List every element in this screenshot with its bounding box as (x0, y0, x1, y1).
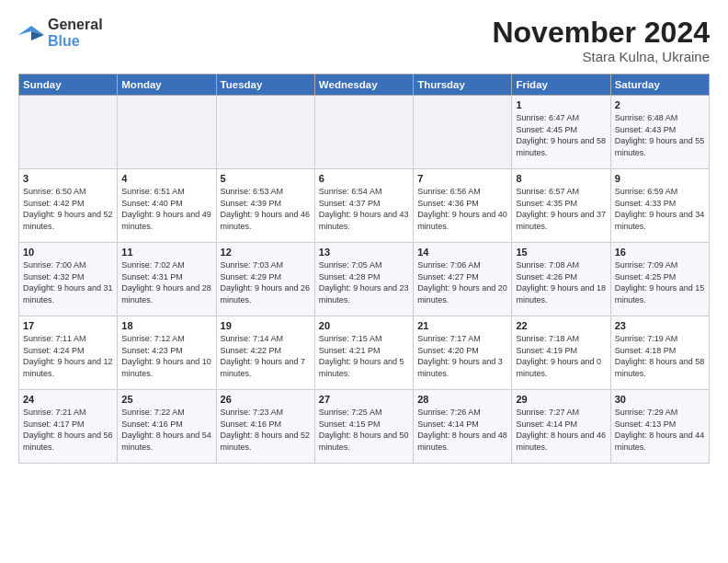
day-number: 28 (417, 394, 507, 405)
day-info: Sunrise: 7:00 AM Sunset: 4:32 PM Dayligh… (23, 259, 113, 305)
day-number: 10 (23, 247, 113, 258)
day-number: 26 (221, 394, 311, 405)
day-number: 21 (417, 320, 507, 331)
calendar-cell: 2Sunrise: 6:48 AM Sunset: 4:43 PM Daylig… (610, 96, 709, 169)
calendar-cell: 25Sunrise: 7:22 AM Sunset: 4:16 PM Dayli… (118, 390, 216, 464)
calendar-cell: 12Sunrise: 7:03 AM Sunset: 4:29 PM Dayli… (216, 243, 314, 316)
calendar-cell: 15Sunrise: 7:08 AM Sunset: 4:26 PM Dayli… (512, 243, 610, 316)
header-saturday: Saturday (610, 75, 709, 96)
calendar-header: Sunday Monday Tuesday Wednesday Thursday… (19, 75, 710, 96)
header: General Blue November 2024 Stara Kulna, … (18, 17, 710, 64)
calendar-week-4: 24Sunrise: 7:21 AM Sunset: 4:17 PM Dayli… (19, 390, 710, 464)
header-row: Sunday Monday Tuesday Wednesday Thursday… (19, 75, 710, 96)
day-number: 23 (615, 320, 705, 331)
calendar-week-1: 3Sunrise: 6:50 AM Sunset: 4:42 PM Daylig… (19, 169, 710, 243)
header-friday: Friday (512, 75, 610, 96)
calendar-week-3: 17Sunrise: 7:11 AM Sunset: 4:24 PM Dayli… (19, 316, 710, 390)
day-info: Sunrise: 7:23 AM Sunset: 4:16 PM Dayligh… (221, 407, 311, 453)
day-number: 20 (319, 320, 409, 331)
day-info: Sunrise: 6:48 AM Sunset: 4:43 PM Dayligh… (615, 112, 705, 158)
calendar-cell: 13Sunrise: 7:05 AM Sunset: 4:28 PM Dayli… (314, 243, 413, 316)
calendar-cell: 30Sunrise: 7:29 AM Sunset: 4:13 PM Dayli… (610, 390, 709, 464)
calendar-body: 1Sunrise: 6:47 AM Sunset: 4:45 PM Daylig… (19, 96, 710, 464)
logo-general: General (48, 17, 103, 32)
day-info: Sunrise: 7:22 AM Sunset: 4:16 PM Dayligh… (121, 407, 211, 453)
day-info: Sunrise: 7:26 AM Sunset: 4:14 PM Dayligh… (417, 407, 507, 453)
day-info: Sunrise: 7:18 AM Sunset: 4:19 PM Dayligh… (516, 333, 606, 379)
day-info: Sunrise: 7:02 AM Sunset: 4:31 PM Dayligh… (121, 259, 211, 305)
day-info: Sunrise: 7:19 AM Sunset: 4:18 PM Dayligh… (615, 333, 705, 379)
calendar-cell: 16Sunrise: 7:09 AM Sunset: 4:25 PM Dayli… (610, 243, 709, 316)
day-number: 17 (23, 320, 113, 331)
calendar-cell: 18Sunrise: 7:12 AM Sunset: 4:23 PM Dayli… (118, 316, 216, 390)
day-number: 3 (23, 173, 113, 184)
calendar-cell: 24Sunrise: 7:21 AM Sunset: 4:17 PM Dayli… (19, 390, 118, 464)
day-number: 9 (615, 173, 705, 184)
day-number: 4 (121, 173, 211, 184)
day-info: Sunrise: 7:11 AM Sunset: 4:24 PM Dayligh… (23, 333, 113, 379)
calendar-cell: 23Sunrise: 7:19 AM Sunset: 4:18 PM Dayli… (610, 316, 709, 390)
calendar-cell: 7Sunrise: 6:56 AM Sunset: 4:36 PM Daylig… (414, 169, 512, 243)
day-info: Sunrise: 7:21 AM Sunset: 4:17 PM Dayligh… (23, 407, 113, 453)
calendar-cell: 17Sunrise: 7:11 AM Sunset: 4:24 PM Dayli… (19, 316, 118, 390)
day-number: 30 (615, 394, 705, 405)
calendar-cell (118, 96, 216, 169)
day-number: 13 (319, 247, 409, 258)
calendar-cell: 8Sunrise: 6:57 AM Sunset: 4:35 PM Daylig… (512, 169, 610, 243)
calendar-cell (314, 96, 413, 169)
calendar-cell: 10Sunrise: 7:00 AM Sunset: 4:32 PM Dayli… (19, 243, 118, 316)
day-number: 25 (121, 394, 211, 405)
calendar-cell (414, 96, 512, 169)
calendar-cell: 6Sunrise: 6:54 AM Sunset: 4:37 PM Daylig… (314, 169, 413, 243)
day-number: 1 (516, 99, 606, 110)
day-number: 27 (319, 394, 409, 405)
calendar-cell: 1Sunrise: 6:47 AM Sunset: 4:45 PM Daylig… (512, 96, 610, 169)
day-number: 29 (516, 394, 606, 405)
day-info: Sunrise: 7:27 AM Sunset: 4:14 PM Dayligh… (516, 407, 606, 453)
day-info: Sunrise: 7:12 AM Sunset: 4:23 PM Dayligh… (121, 333, 211, 379)
day-number: 7 (417, 173, 507, 184)
page: General Blue November 2024 Stara Kulna, … (0, 0, 728, 473)
calendar-cell: 27Sunrise: 7:25 AM Sunset: 4:15 PM Dayli… (314, 390, 413, 464)
day-info: Sunrise: 6:50 AM Sunset: 4:42 PM Dayligh… (23, 186, 113, 232)
logo-blue: Blue (48, 33, 80, 49)
calendar-cell: 5Sunrise: 6:53 AM Sunset: 4:39 PM Daylig… (216, 169, 314, 243)
calendar-cell: 21Sunrise: 7:17 AM Sunset: 4:20 PM Dayli… (414, 316, 512, 390)
day-info: Sunrise: 6:51 AM Sunset: 4:40 PM Dayligh… (121, 186, 211, 232)
location: Stara Kulna, Ukraine (492, 49, 710, 64)
day-info: Sunrise: 6:56 AM Sunset: 4:36 PM Dayligh… (417, 186, 507, 232)
logo: General Blue (18, 17, 103, 49)
calendar-cell: 26Sunrise: 7:23 AM Sunset: 4:16 PM Dayli… (216, 390, 314, 464)
day-number: 14 (417, 247, 507, 258)
day-number: 2 (615, 99, 705, 110)
day-info: Sunrise: 6:53 AM Sunset: 4:39 PM Dayligh… (221, 186, 311, 232)
day-info: Sunrise: 7:14 AM Sunset: 4:22 PM Dayligh… (221, 333, 311, 379)
day-info: Sunrise: 7:06 AM Sunset: 4:27 PM Dayligh… (417, 259, 507, 305)
calendar-cell: 4Sunrise: 6:51 AM Sunset: 4:40 PM Daylig… (118, 169, 216, 243)
calendar-cell (19, 96, 118, 169)
calendar-cell: 11Sunrise: 7:02 AM Sunset: 4:31 PM Dayli… (118, 243, 216, 316)
header-thursday: Thursday (414, 75, 512, 96)
calendar-cell: 3Sunrise: 6:50 AM Sunset: 4:42 PM Daylig… (19, 169, 118, 243)
day-number: 5 (221, 173, 311, 184)
calendar-cell: 9Sunrise: 6:59 AM Sunset: 4:33 PM Daylig… (610, 169, 709, 243)
calendar-cell (216, 96, 314, 169)
day-number: 15 (516, 247, 606, 258)
day-info: Sunrise: 7:09 AM Sunset: 4:25 PM Dayligh… (615, 259, 705, 305)
calendar-table: Sunday Monday Tuesday Wednesday Thursday… (18, 74, 710, 464)
day-number: 18 (121, 320, 211, 331)
calendar-cell: 29Sunrise: 7:27 AM Sunset: 4:14 PM Dayli… (512, 390, 610, 464)
day-info: Sunrise: 7:29 AM Sunset: 4:13 PM Dayligh… (615, 407, 705, 453)
day-number: 19 (221, 320, 311, 331)
day-info: Sunrise: 7:08 AM Sunset: 4:26 PM Dayligh… (516, 259, 606, 305)
day-number: 8 (516, 173, 606, 184)
title-block: November 2024 Stara Kulna, Ukraine (492, 17, 710, 64)
header-wednesday: Wednesday (314, 75, 413, 96)
calendar-cell: 28Sunrise: 7:26 AM Sunset: 4:14 PM Dayli… (414, 390, 512, 464)
day-info: Sunrise: 7:03 AM Sunset: 4:29 PM Dayligh… (221, 259, 311, 305)
calendar-cell: 22Sunrise: 7:18 AM Sunset: 4:19 PM Dayli… (512, 316, 610, 390)
header-tuesday: Tuesday (216, 75, 314, 96)
calendar-week-2: 10Sunrise: 7:00 AM Sunset: 4:32 PM Dayli… (19, 243, 710, 316)
day-info: Sunrise: 7:17 AM Sunset: 4:20 PM Dayligh… (417, 333, 507, 379)
header-monday: Monday (118, 75, 216, 96)
